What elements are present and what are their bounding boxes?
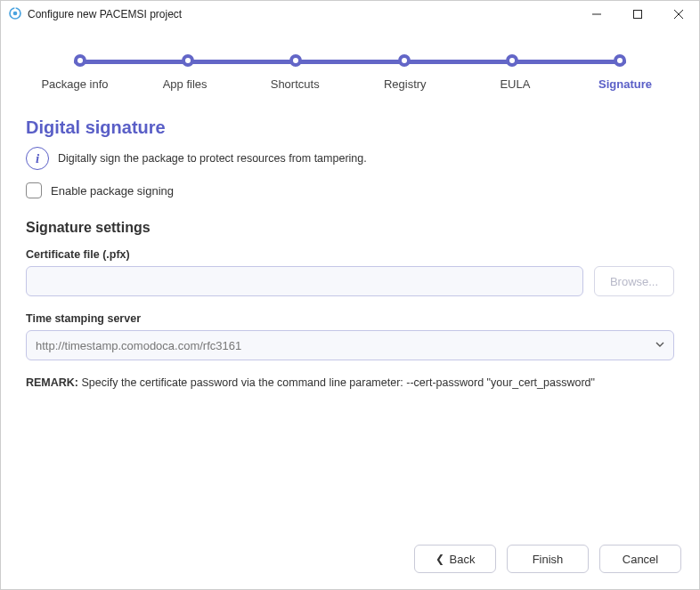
step-label-registry[interactable]: Registry xyxy=(365,77,445,91)
svg-rect-2 xyxy=(14,6,15,10)
step-dot-signature[interactable] xyxy=(614,54,626,67)
info-text: Digitally sign the package to protect re… xyxy=(58,152,367,165)
wizard-steps: Package info App files Shortcuts Registr… xyxy=(54,54,646,91)
cert-file-label: Certificate file (.pfx) xyxy=(26,248,674,261)
step-dot-package-info[interactable] xyxy=(74,54,86,67)
step-dot-shortcuts[interactable] xyxy=(289,54,302,67)
app-icon xyxy=(8,6,22,23)
content-area: Digital signature i Digitally sign the p… xyxy=(1,98,699,530)
cancel-button[interactable]: Cancel xyxy=(599,545,681,573)
step-dot-eula[interactable] xyxy=(506,54,518,67)
back-button-label: Back xyxy=(450,553,476,566)
svg-point-1 xyxy=(13,11,18,15)
remark-body: Specify the certificate password via the… xyxy=(78,376,595,389)
step-dot-registry[interactable] xyxy=(398,54,411,67)
step-label-eula[interactable]: EULA xyxy=(475,77,555,91)
timestamp-label: Time stamping server xyxy=(26,312,674,325)
step-label-package-info[interactable]: Package info xyxy=(35,77,115,91)
step-label-shortcuts[interactable]: Shortcuts xyxy=(255,77,335,91)
timestamp-combo[interactable] xyxy=(26,330,674,360)
enable-signing-label: Enable package signing xyxy=(51,184,174,198)
titlebar: Configure new PACEMSI project xyxy=(1,1,699,28)
enable-signing-checkbox[interactable] xyxy=(26,182,42,198)
window-title: Configure new PACEMSI project xyxy=(28,8,182,20)
footer: ❮ Back Finish Cancel xyxy=(1,530,699,589)
maximize-button[interactable] xyxy=(617,1,658,28)
page-title: Digital signature xyxy=(26,117,674,138)
svg-rect-4 xyxy=(634,11,642,19)
settings-title: Signature settings xyxy=(26,220,674,236)
step-label-app-files[interactable]: App files xyxy=(145,77,225,91)
finish-button[interactable]: Finish xyxy=(507,545,589,573)
timestamp-input[interactable] xyxy=(26,330,674,360)
close-button[interactable] xyxy=(658,1,699,28)
remark-text: REMARK: Specify the certificate password… xyxy=(26,376,674,389)
remark-prefix: REMARK: xyxy=(26,376,78,389)
back-button[interactable]: ❮ Back xyxy=(414,545,496,573)
minimize-button[interactable] xyxy=(576,1,617,28)
browse-button[interactable]: Browse... xyxy=(594,266,674,296)
step-dot-app-files[interactable] xyxy=(182,54,194,67)
info-icon: i xyxy=(26,147,49,170)
chevron-left-icon: ❮ xyxy=(435,553,444,565)
enable-signing-row[interactable]: Enable package signing xyxy=(26,182,674,198)
cert-file-input[interactable] xyxy=(26,266,583,296)
step-label-signature[interactable]: Signature xyxy=(585,77,665,91)
